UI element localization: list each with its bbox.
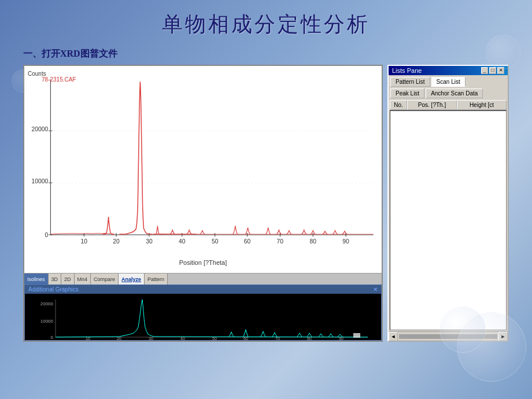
- tab-mn4[interactable]: Mn4: [75, 274, 91, 285]
- tab-pattern[interactable]: Pattern: [145, 274, 168, 285]
- additional-graphics-panel: Additional Graphics ✕ 0 10000 20000: [24, 285, 382, 341]
- lists-titlebar: Lists Pane _ □ ✕: [389, 66, 508, 75]
- col-pos: Pos. [?Th.]: [407, 100, 457, 110]
- tab-anchor-scan[interactable]: Anchor Scan Data: [426, 88, 483, 98]
- svg-text:30: 30: [149, 337, 153, 340]
- svg-text:10000: 10000: [40, 319, 54, 324]
- svg-text:20000: 20000: [40, 301, 54, 306]
- svg-text:60: 60: [243, 337, 248, 340]
- xrd-chart: 0 10000 20000 10 20 30: [27, 71, 379, 256]
- scan-name-label: 78-2315.CAF: [42, 76, 76, 83]
- svg-text:40: 40: [180, 337, 185, 340]
- svg-rect-0: [27, 73, 379, 253]
- tab-isolines[interactable]: Isolines: [24, 274, 49, 285]
- page-title: 单物相成分定性分析: [0, 10, 532, 39]
- tab-compare[interactable]: Compare: [91, 274, 119, 285]
- col-height: Height [ct: [457, 100, 507, 110]
- additional-graphics-title: Additional Graphics: [28, 286, 79, 293]
- lists-pane: Lists Pane _ □ ✕ Pattern List Scan List …: [387, 65, 509, 342]
- svg-text:80: 80: [307, 337, 312, 340]
- svg-text:20000: 20000: [31, 126, 48, 132]
- additional-chart: 0 10000 20000: [25, 294, 381, 340]
- lists-column-headers: No. Pos. [?Th.] Height [ct: [390, 100, 507, 110]
- tab-scan-list[interactable]: Scan List: [431, 77, 466, 87]
- svg-text:30: 30: [146, 238, 153, 245]
- additional-graphics-close[interactable]: ✕: [373, 286, 378, 293]
- tab-analyze[interactable]: Analyze: [119, 274, 145, 285]
- svg-text:50: 50: [212, 337, 217, 340]
- tab-3d[interactable]: 3D: [49, 274, 62, 285]
- lists-body: [390, 110, 507, 330]
- lists-tabs-row2: Peak List Anchor Scan Data: [389, 87, 508, 98]
- svg-text:50: 50: [212, 238, 219, 245]
- svg-rect-36: [353, 333, 360, 338]
- col-no: No.: [390, 100, 407, 110]
- subtitle: 一、打开XRD图普文件: [23, 48, 532, 60]
- lists-title: Lists Pane: [392, 67, 422, 74]
- lists-tabs-row1: Pattern List Scan List: [389, 75, 508, 87]
- svg-text:70: 70: [277, 238, 284, 245]
- tab-pattern-list[interactable]: Pattern List: [390, 77, 430, 87]
- minimize-button[interactable]: _: [481, 67, 488, 74]
- svg-text:90: 90: [339, 337, 343, 340]
- svg-text:60: 60: [244, 238, 251, 245]
- tab-peak-list[interactable]: Peak List: [390, 88, 424, 98]
- svg-text:90: 90: [342, 238, 349, 245]
- svg-text:10000: 10000: [31, 178, 48, 184]
- svg-text:40: 40: [179, 238, 186, 245]
- chart-window: Counts 78-2315.CAF 0 10000 20000: [23, 65, 383, 342]
- lists-window: Lists Pane _ □ ✕ Pattern List Scan List …: [387, 65, 509, 342]
- svg-text:20: 20: [117, 337, 121, 340]
- svg-text:20: 20: [113, 238, 120, 245]
- svg-text:70: 70: [275, 337, 280, 340]
- svg-text:80: 80: [309, 238, 316, 245]
- scroll-left-button[interactable]: ◄: [389, 332, 398, 341]
- svg-text:10: 10: [86, 337, 90, 340]
- tab-2d[interactable]: 2D: [61, 274, 75, 285]
- x-axis-label: Position [?Theta]: [27, 258, 379, 268]
- svg-rect-30: [32, 294, 374, 340]
- svg-text:10: 10: [81, 238, 88, 245]
- maximize-button[interactable]: □: [489, 67, 496, 74]
- svg-text:0: 0: [51, 335, 54, 340]
- svg-text:0: 0: [45, 232, 48, 238]
- chart-tab-bar: Isolines 3D 2D Mn4 Compare Analyze Patte…: [24, 273, 382, 285]
